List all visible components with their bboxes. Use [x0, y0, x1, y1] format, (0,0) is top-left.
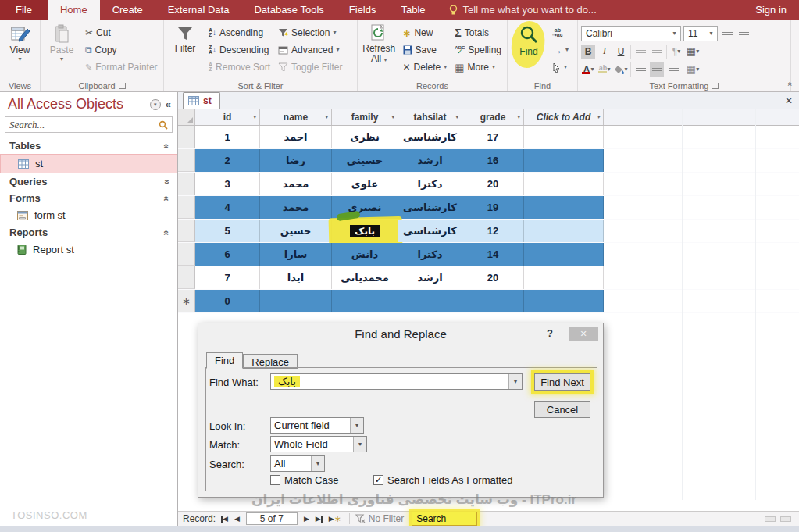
- record-selector[interactable]: [178, 266, 195, 289]
- new-record-button[interactable]: ∗ New: [401, 25, 450, 41]
- font-size-combo[interactable]: 11 ▾: [683, 26, 718, 41]
- more-button[interactable]: ▦ More ▾: [452, 59, 504, 75]
- cancel-button[interactable]: Cancel: [534, 401, 590, 418]
- replace-button[interactable]: ab⇢ac: [550, 25, 571, 41]
- close-document-icon[interactable]: ✕: [785, 95, 793, 106]
- tab-fields[interactable]: Fields: [337, 0, 389, 20]
- totals-button[interactable]: Σ Totals: [452, 25, 504, 41]
- sidebar-item-report-st[interactable]: Report st: [0, 241, 177, 259]
- tab-create[interactable]: Create: [100, 0, 155, 20]
- record-selector[interactable]: [178, 126, 195, 148]
- descending-button[interactable]: ZA↓ Descending: [206, 42, 273, 58]
- dialog-tab-find[interactable]: Find: [206, 352, 243, 369]
- record-selector[interactable]: [178, 173, 195, 195]
- record-position-box[interactable]: 5 of 7: [246, 512, 298, 525]
- spelling-button[interactable]: ABC✓ Spelling: [452, 42, 504, 58]
- view-button[interactable]: View ▾: [3, 23, 37, 62]
- match-combo[interactable]: Whole Field ▾: [270, 436, 367, 452]
- find-button[interactable]: Find: [511, 23, 547, 57]
- look-in-combo[interactable]: Current field ▾: [270, 417, 364, 434]
- filter-status[interactable]: No Filter: [355, 513, 404, 524]
- record-search-input[interactable]: Search: [412, 512, 477, 526]
- copy-button[interactable]: ⧉ Copy: [83, 42, 160, 58]
- align-center-button[interactable]: [650, 62, 664, 77]
- match-case-checkbox[interactable]: Match Case: [270, 474, 338, 486]
- close-icon[interactable]: ✕: [569, 327, 598, 341]
- search-direction-combo[interactable]: All ▾: [270, 455, 325, 472]
- new-record-selector[interactable]: ∗: [178, 290, 195, 312]
- align-left-button[interactable]: [633, 62, 647, 77]
- sidebar-item-form-st[interactable]: form st: [0, 206, 177, 224]
- last-record-button[interactable]: ▶: [313, 515, 325, 523]
- align-right-button[interactable]: [666, 62, 680, 77]
- text-highlight-button[interactable]: ab▾: [597, 62, 612, 77]
- record-selector[interactable]: [178, 243, 195, 266]
- column-header-family[interactable]: family▾: [332, 109, 398, 125]
- sidebar-section-forms[interactable]: Forms «: [0, 190, 177, 206]
- help-icon[interactable]: ?: [547, 327, 553, 339]
- next-record-button[interactable]: ▶: [301, 515, 312, 523]
- dialog-title-bar[interactable]: Find and Replace: [198, 323, 603, 344]
- nav-pane-menu-icon[interactable]: ▾: [150, 99, 161, 110]
- column-header-click-to-add[interactable]: Click to Add▾: [524, 109, 604, 125]
- view-shortcut-icons[interactable]: [765, 516, 791, 522]
- increase-indent-button[interactable]: [633, 45, 647, 59]
- column-header-id[interactable]: id▾: [195, 109, 260, 125]
- select-button[interactable]: ▾: [550, 59, 571, 75]
- dialog-launcher-icon[interactable]: [712, 83, 719, 89]
- ascending-button[interactable]: AZ↓ Ascending: [206, 25, 273, 41]
- search-fields-as-formatted-checkbox[interactable]: ✓ Search Fields As Formatted: [373, 474, 512, 486]
- numbering-button[interactable]: [737, 27, 751, 41]
- collapse-ribbon-icon[interactable]: «: [787, 82, 795, 87]
- column-header-grade[interactable]: grade▾: [462, 109, 524, 125]
- record-selector[interactable]: [178, 196, 195, 219]
- shutter-bar-icon[interactable]: «: [166, 98, 171, 110]
- found-cell[interactable]: بابک: [332, 220, 398, 242]
- selection-button[interactable]: Selection ▾: [276, 25, 344, 41]
- format-painter-button[interactable]: ✎ Format Painter: [83, 59, 160, 75]
- previous-record-button[interactable]: ◀: [232, 515, 242, 523]
- font-color-button[interactable]: A▾: [581, 62, 595, 77]
- new-blank-record-button[interactable]: ▶∗: [326, 514, 344, 524]
- tab-file[interactable]: File: [0, 0, 48, 20]
- font-name-combo[interactable]: Calibri ▾: [581, 26, 681, 41]
- bullets-button[interactable]: [720, 27, 734, 41]
- tell-me-box[interactable]: Tell me what you want to do...: [449, 0, 597, 20]
- underline-button[interactable]: U: [614, 45, 628, 59]
- find-next-button[interactable]: Find Next: [534, 373, 590, 391]
- sidebar-item-table-st[interactable]: st: [0, 154, 177, 173]
- goto-button[interactable]: → ▾: [550, 42, 571, 58]
- remove-sort-button[interactable]: AZ Remove Sort: [206, 59, 273, 75]
- dialog-launcher-icon[interactable]: [119, 83, 126, 89]
- tab-home[interactable]: Home: [48, 0, 100, 20]
- tab-database-tools[interactable]: Database Tools: [241, 0, 336, 20]
- sign-in-link[interactable]: Sign in: [743, 0, 799, 20]
- toggle-filter-button[interactable]: Toggle Filter: [276, 59, 344, 75]
- record-selector[interactable]: [178, 149, 195, 172]
- gridline-color-button[interactable]: ▦▾: [686, 62, 700, 77]
- bold-button[interactable]: B: [581, 45, 595, 59]
- delete-button[interactable]: ✕ Delete ▾: [401, 59, 450, 75]
- column-header-name[interactable]: name▾: [260, 109, 332, 125]
- sidebar-section-queries[interactable]: Queries «: [0, 173, 177, 190]
- sidebar-section-reports[interactable]: Reports «: [0, 224, 177, 241]
- text-direction-button[interactable]: ¶▾: [669, 45, 683, 59]
- tab-table[interactable]: Table: [389, 0, 438, 20]
- tab-external-data[interactable]: External Data: [155, 0, 242, 20]
- paste-button[interactable]: Paste ▾: [44, 23, 80, 62]
- nav-search-input[interactable]: Search...: [5, 116, 173, 133]
- advanced-button[interactable]: Advanced ▾: [276, 42, 344, 58]
- filter-button[interactable]: Filter: [167, 23, 203, 54]
- column-header-tahsilat[interactable]: tahsilat▾: [398, 109, 462, 125]
- gridlines-button[interactable]: ▦▾: [686, 45, 700, 59]
- background-color-button[interactable]: ▾: [614, 62, 628, 77]
- cut-button[interactable]: ✂ Cut: [83, 25, 160, 41]
- refresh-all-button[interactable]: Refresh All ▾: [361, 23, 398, 64]
- first-record-button[interactable]: ◀: [219, 515, 230, 523]
- find-what-combo[interactable]: بابک ▾: [270, 373, 523, 390]
- save-button[interactable]: Save: [401, 42, 450, 58]
- document-tab-st[interactable]: st: [183, 92, 220, 109]
- italic-button[interactable]: I: [597, 45, 612, 59]
- decrease-indent-button[interactable]: [650, 45, 664, 59]
- record-selector[interactable]: [178, 220, 195, 242]
